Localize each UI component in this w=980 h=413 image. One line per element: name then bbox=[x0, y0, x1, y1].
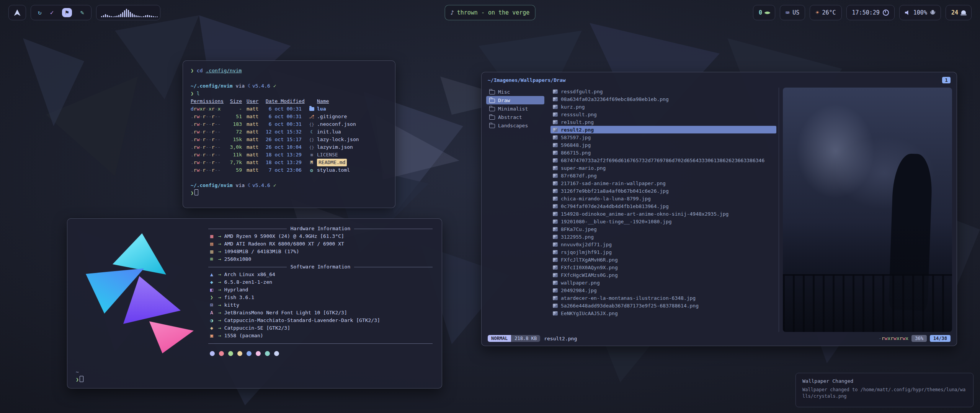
fastfetch-terminal-window[interactable]: Hardware Information ▦ → AMD Ryzen 9 590… bbox=[67, 218, 442, 389]
temperature-label: 26°C bbox=[822, 9, 836, 16]
keyboard-icon: ⌨ bbox=[786, 10, 789, 16]
visualizer-bar bbox=[124, 10, 125, 17]
file-list-item[interactable]: 20492984.jpg bbox=[550, 286, 776, 294]
file-list-item[interactable]: 0c794faf07de24a4db4d4fb1eb813964.jpg bbox=[550, 202, 776, 210]
file-name: 87r687df.png bbox=[561, 173, 597, 179]
hardware-icon: ▤ bbox=[208, 240, 215, 248]
status-check-icon: ✓ bbox=[273, 83, 276, 89]
file-list-item[interactable]: 5a266e448add93deab367d87173e9f25-6837886… bbox=[550, 302, 776, 309]
updates-module[interactable]: 0 bbox=[753, 5, 775, 20]
workspace-button[interactable]: ✓ bbox=[50, 10, 54, 16]
shell-prompt[interactable]: ~ ❯ bbox=[76, 368, 83, 384]
visualizer-bar bbox=[122, 12, 123, 17]
file-list-item[interactable]: 587597.jpg bbox=[550, 133, 776, 141]
file-list-item[interactable]: 217167-sad-anime-rain-wallpaper.png bbox=[550, 179, 776, 187]
prompt-input-line[interactable]: ❯ bbox=[191, 189, 387, 197]
file-list-item[interactable]: super-mario.png bbox=[550, 164, 776, 172]
file-name: result2.png bbox=[561, 127, 594, 133]
file-date: 12 oct 15:32 bbox=[266, 128, 305, 136]
audio-visualizer-module[interactable] bbox=[96, 5, 160, 20]
file-list-item[interactable]: FXfcHgcWIAMzs0G.png bbox=[550, 271, 776, 279]
cwd-path: ~ bbox=[76, 368, 83, 376]
lua-moon-icon: ☾ bbox=[248, 182, 251, 188]
arrow-icon: → bbox=[218, 278, 221, 286]
sidebar-folder-item[interactable]: Misc bbox=[486, 88, 544, 96]
file-list-item[interactable]: result2.png bbox=[550, 126, 776, 133]
clock-module[interactable]: 17:50:29 bbox=[846, 5, 895, 20]
keyboard-layout-label: US bbox=[792, 9, 799, 16]
file-list-item[interactable]: 68747470733a2f2f696d616765732d7769786d70… bbox=[550, 156, 776, 164]
temperature-module[interactable]: ☀ 26°C bbox=[810, 5, 841, 20]
terminal-window-nvim[interactable]: ❯cd.config/nvim ~/.config/nvimvia☾v5.4.6… bbox=[183, 60, 395, 208]
header-name: Name bbox=[317, 98, 329, 105]
file-list-item[interactable]: FXfcJlTXgAMvH6R.png bbox=[550, 256, 776, 263]
sidebar-folder-item[interactable]: Minimalist bbox=[486, 104, 544, 113]
image-file-icon bbox=[553, 143, 558, 147]
sidebar-folder-item[interactable]: Abstract bbox=[486, 113, 544, 121]
notifications-module[interactable]: 24 bbox=[946, 5, 972, 20]
file-date: 26 oct 10:04 bbox=[266, 143, 305, 151]
media-player-module[interactable]: ♪ thrown - on the verge bbox=[445, 5, 536, 20]
file-list-item[interactable]: 596848.jpg bbox=[550, 141, 776, 149]
file-list-item[interactable]: chica-mirando-la-luna-8799.jpg bbox=[550, 195, 776, 202]
image-file-icon bbox=[553, 112, 558, 117]
visualizer-bar bbox=[101, 16, 102, 17]
file-list-item[interactable]: wallpaper.png bbox=[550, 279, 776, 286]
lua-version: v5.4.6 bbox=[252, 182, 270, 188]
notification-popup[interactable]: Wallpaper Changed Wallpaper changed to /… bbox=[795, 373, 973, 407]
sidebar-folder-item[interactable]: Landscapes bbox=[486, 121, 544, 130]
sidebar-folder-item[interactable]: Draw bbox=[486, 96, 544, 104]
visualizer-bar bbox=[118, 15, 119, 17]
volume-module[interactable]: 100% bbox=[899, 5, 941, 20]
software-icon: ◑ bbox=[208, 317, 215, 324]
file-manager-window[interactable]: ~/Imagenes/Wallpapers/Draw 1 Misc Draw M… bbox=[481, 72, 957, 346]
visualizer-bar bbox=[151, 16, 152, 17]
software-value: kitty bbox=[224, 301, 239, 309]
updates-count: 0 bbox=[759, 9, 762, 16]
file-list-item[interactable]: 08a634fa02a32364f69ebc86a98eb1eb.png bbox=[550, 95, 776, 103]
file-list-item[interactable]: rsjqojlmjhf91.jpg bbox=[550, 248, 776, 256]
file-list-item[interactable]: 866715.png bbox=[550, 149, 776, 156]
file-date: 26 oct 15:17 bbox=[266, 136, 305, 143]
prompt-char: ❯ bbox=[191, 91, 194, 96]
workspace-button[interactable]: ✎ bbox=[80, 10, 84, 16]
file-list-item[interactable]: ressdfgult.png bbox=[550, 88, 776, 95]
system-info-panel: Hardware Information ▦ → AMD Ryzen 9 590… bbox=[208, 225, 433, 356]
image-file-icon bbox=[553, 158, 558, 163]
software-value: JetBrainsMono Nerd Font Light 10 [GTK2/3… bbox=[224, 309, 347, 317]
file-name: rsjqojlmjhf91.jpg bbox=[561, 249, 612, 255]
file-list-item[interactable]: 3126f7e9bbf21a8a4af0b67b041c6e26.jpg bbox=[550, 187, 776, 195]
file-date: 18 oct 13:29 bbox=[266, 159, 305, 166]
file-list-item[interactable]: FXfcII0X0AQyn9X.png bbox=[550, 263, 776, 271]
tab-count-badge[interactable]: 1 bbox=[942, 77, 951, 83]
file-list-item[interactable]: 19201080-__blue-tinge__-1920×1080.jpg bbox=[550, 218, 776, 225]
header-date: Date Modified bbox=[266, 98, 305, 105]
workspace-button[interactable]: ↻ bbox=[38, 10, 42, 16]
cwd-path: ~/.config/nvim bbox=[191, 182, 233, 188]
workspace-button[interactable]: ⚑ bbox=[62, 8, 72, 17]
image-file-icon bbox=[553, 235, 558, 239]
file-list-item[interactable]: re1sult.png bbox=[550, 118, 776, 126]
visualizer-bar bbox=[105, 14, 106, 17]
file-name: 3126f7e9bbf21a8a4af0b67b041c6e26.jpg bbox=[561, 188, 669, 194]
file-list-item[interactable]: 154928-odinokoe_anime-art-anime-okno-sin… bbox=[550, 210, 776, 218]
software-info-line: ⊡ → kitty bbox=[208, 301, 433, 309]
file-list-item[interactable]: resssult.png bbox=[550, 111, 776, 118]
file-list-item[interactable]: kurz.png bbox=[550, 103, 776, 111]
file-list-item[interactable]: nnvuv0xj2df71.jpg bbox=[550, 241, 776, 248]
image-file-icon bbox=[553, 281, 558, 285]
file-list-item[interactable]: 87r687df.png bbox=[550, 172, 776, 179]
folder-icon bbox=[489, 115, 495, 120]
file-name: .neoconf.json bbox=[317, 120, 356, 128]
file-list-item[interactable]: EeNKYgIUcAAJ5JX.png bbox=[550, 309, 776, 317]
keyboard-layout-module[interactable]: ⌨ US bbox=[780, 5, 805, 20]
image-file-icon bbox=[553, 242, 558, 247]
file-list-item[interactable]: 8FKa7Cu.jpeg bbox=[550, 225, 776, 233]
file-list-item[interactable]: atardecer-en-la-montanas-ilustracion-634… bbox=[550, 294, 776, 302]
logo-shard-cyan bbox=[113, 233, 166, 275]
file-size: 51 bbox=[227, 113, 242, 120]
app-launcher-button[interactable] bbox=[8, 5, 26, 20]
visualizer-bar bbox=[157, 16, 158, 17]
file-list-item[interactable]: 3122955.png bbox=[550, 233, 776, 241]
file-name: 20492984.jpg bbox=[561, 288, 597, 293]
